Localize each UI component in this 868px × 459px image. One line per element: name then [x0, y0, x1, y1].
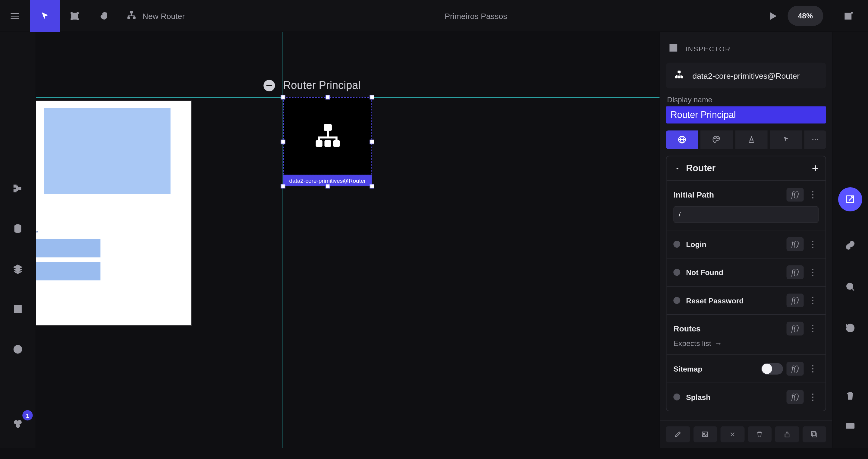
- edit-fab-button[interactable]: [838, 187, 862, 211]
- svg-rect-11: [19, 187, 21, 190]
- row-label: Splash: [686, 393, 710, 401]
- new-router-menu[interactable]: New Router: [119, 0, 194, 32]
- left-sidebar: 1: [0, 32, 36, 448]
- fx-button[interactable]: f(): [786, 188, 804, 202]
- selected-node[interactable]: data2-core-primitives@Router: [283, 97, 372, 186]
- resize-handle[interactable]: [370, 184, 374, 189]
- node-title-bar[interactable]: Router Principal: [283, 79, 361, 92]
- initial-path-input[interactable]: [673, 206, 818, 223]
- lock-button[interactable]: [775, 426, 799, 442]
- tree-icon[interactable]: [11, 181, 25, 195]
- resize-handle[interactable]: [281, 95, 285, 99]
- node-title-label: Router Principal: [283, 79, 361, 92]
- keyboard-icon[interactable]: [843, 418, 858, 433]
- preview-item: [36, 239, 100, 257]
- row-sitemap: Sitemap f()⋮: [666, 355, 826, 383]
- resize-handle[interactable]: [370, 95, 374, 99]
- fx-button[interactable]: f(): [786, 362, 804, 376]
- external-link-button[interactable]: [834, 0, 864, 32]
- edit-button[interactable]: [666, 426, 690, 442]
- edit-icon: [668, 42, 678, 55]
- svg-rect-26: [681, 76, 683, 78]
- category-tab-properties[interactable]: [666, 130, 698, 149]
- database-icon[interactable]: [11, 222, 25, 235]
- frame-tool-button[interactable]: [60, 0, 90, 32]
- object-type-chip[interactable]: data2-core-primitives@Router: [666, 63, 826, 89]
- fx-button[interactable]: f(): [786, 322, 804, 336]
- row-login[interactable]: Login f()⋮: [666, 230, 826, 258]
- resize-handle[interactable]: [370, 139, 374, 144]
- category-tab-design[interactable]: [701, 130, 733, 149]
- hamburger-menu-icon[interactable]: [0, 0, 30, 32]
- category-tabs: [666, 130, 826, 149]
- svg-rect-25: [678, 76, 680, 78]
- pointer-tool-button[interactable]: [30, 0, 60, 32]
- svg-point-29: [716, 137, 717, 138]
- routes-hint[interactable]: Expects list→: [673, 339, 722, 348]
- svg-point-32: [815, 139, 816, 140]
- svg-rect-36: [785, 434, 789, 437]
- category-tab-more[interactable]: [804, 130, 826, 149]
- preview-item: [36, 262, 100, 281]
- zoom-level-pill[interactable]: 48%: [787, 6, 823, 26]
- canvas[interactable]: el Router Principal data2-core-primitive…: [36, 32, 660, 448]
- grid-icon[interactable]: [11, 302, 25, 316]
- svg-rect-0: [72, 13, 78, 19]
- svg-rect-37: [813, 433, 817, 437]
- trash-icon[interactable]: [843, 389, 858, 403]
- resize-handle[interactable]: [281, 184, 285, 189]
- fx-button[interactable]: f(): [786, 237, 804, 251]
- status-dot: [673, 241, 680, 248]
- display-name-input[interactable]: [666, 106, 826, 123]
- row-label: Login: [686, 240, 706, 249]
- fx-button[interactable]: f(): [786, 293, 804, 307]
- row-label: Not Found: [686, 268, 723, 277]
- initial-path-label: Initial Path: [673, 190, 714, 199]
- resize-handle[interactable]: [325, 95, 330, 99]
- svg-point-1: [71, 12, 72, 13]
- play-button[interactable]: [758, 0, 787, 32]
- fx-button[interactable]: f(): [786, 390, 804, 404]
- svg-rect-20: [324, 140, 331, 147]
- link-icon[interactable]: [843, 238, 858, 253]
- delete-button[interactable]: [748, 426, 772, 442]
- svg-rect-18: [323, 124, 332, 131]
- row-reset-password[interactable]: Reset Password f()⋮: [666, 287, 826, 315]
- layers-icon[interactable]: [11, 262, 25, 276]
- resize-handle[interactable]: [281, 139, 285, 144]
- svg-rect-34: [703, 432, 708, 437]
- category-tab-text[interactable]: [735, 130, 767, 149]
- components-badge: 1: [22, 410, 33, 421]
- object-type-label: data2-core-primitives@Router: [692, 71, 800, 80]
- row-splash[interactable]: Splash f()⋮: [666, 383, 826, 411]
- row-not-found[interactable]: Not Found f()⋮: [666, 258, 826, 287]
- fx-button[interactable]: f(): [786, 265, 804, 279]
- components-icon[interactable]: 1: [11, 417, 25, 431]
- new-router-label: New Router: [142, 11, 185, 20]
- globe-icon[interactable]: [11, 342, 25, 356]
- svg-point-16: [18, 421, 21, 424]
- right-sidebar: [832, 32, 868, 448]
- router-section-header[interactable]: Router +: [666, 156, 826, 181]
- hand-tool-button[interactable]: [90, 0, 119, 32]
- resize-handle[interactable]: [325, 184, 330, 189]
- image-button[interactable]: [693, 426, 717, 442]
- category-tab-interaction[interactable]: [770, 130, 802, 149]
- router-section-title: Router: [686, 163, 715, 173]
- copy-button[interactable]: [802, 426, 826, 442]
- svg-point-28: [715, 138, 716, 139]
- svg-point-3: [71, 18, 72, 19]
- collapse-icon[interactable]: [264, 80, 275, 91]
- svg-rect-6: [127, 17, 130, 19]
- close-button[interactable]: [720, 426, 744, 442]
- history-icon[interactable]: [843, 321, 858, 336]
- svg-rect-38: [812, 432, 815, 435]
- status-dot: [673, 394, 680, 401]
- svg-rect-24: [675, 76, 677, 78]
- top-toolbar: New Router Primeiros Passos 48%: [0, 0, 868, 32]
- preview-frame[interactable]: el: [36, 101, 191, 325]
- row-label: Sitemap: [673, 365, 702, 373]
- sitemap-toggle[interactable]: [761, 363, 783, 375]
- status-dot: [673, 297, 680, 304]
- search-icon[interactable]: [843, 279, 858, 294]
